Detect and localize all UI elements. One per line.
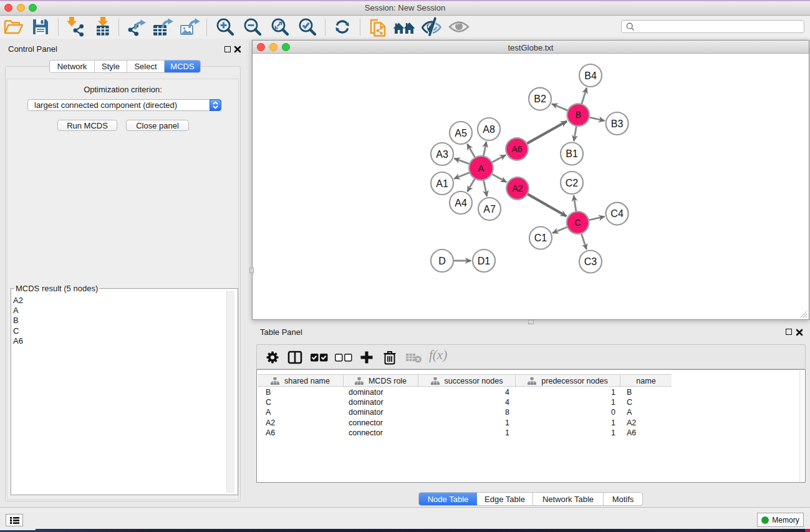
svg-text:A2: A2 (512, 183, 523, 193)
svg-text:A5: A5 (455, 128, 467, 138)
svg-text:D: D (438, 256, 446, 266)
svg-text:B2: B2 (534, 94, 546, 104)
svg-text:D1: D1 (478, 256, 491, 266)
svg-text:B3: B3 (611, 118, 624, 129)
svg-text:A: A (478, 163, 484, 173)
svg-text:A1: A1 (436, 178, 448, 189)
svg-text:C4: C4 (610, 208, 624, 219)
svg-text:A6: A6 (511, 144, 522, 154)
svg-text:A7: A7 (483, 204, 496, 215)
svg-text:A3: A3 (436, 149, 448, 160)
svg-text:C: C (575, 218, 581, 228)
svg-text:C3: C3 (584, 256, 597, 267)
svg-text:A8: A8 (483, 124, 495, 135)
svg-text:A4: A4 (455, 198, 467, 208)
svg-text:B4: B4 (584, 70, 597, 81)
svg-text:B1: B1 (566, 148, 578, 159)
svg-text:B: B (576, 110, 581, 120)
svg-text:C1: C1 (534, 233, 547, 243)
svg-text:C2: C2 (566, 178, 579, 188)
